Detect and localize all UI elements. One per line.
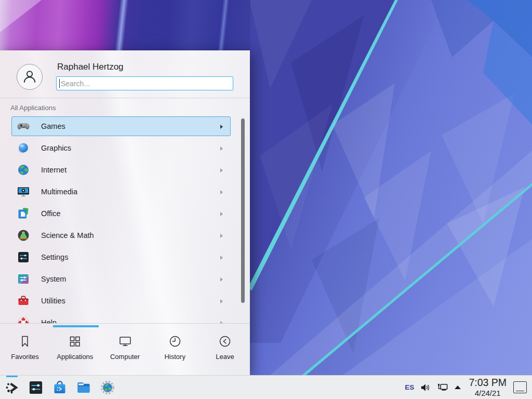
- category-system[interactable]: System: [11, 269, 231, 289]
- category-multimedia[interactable]: Multimedia: [11, 182, 231, 202]
- category-label: Help: [41, 318, 57, 323]
- grid-icon: [68, 334, 82, 349]
- sphere-icon: [17, 141, 30, 155]
- keyboard-layout-indicator[interactable]: ES: [405, 383, 414, 391]
- tab-leave[interactable]: Leave: [200, 324, 250, 375]
- tab-label: Applications: [57, 353, 93, 361]
- system-settings-button[interactable]: [28, 376, 44, 399]
- tab-label: Computer: [110, 353, 140, 361]
- flask-icon: [17, 229, 30, 242]
- system-tray: ES: [405, 382, 461, 393]
- submenu-arrow-icon: [220, 256, 223, 260]
- software-bag-icon: [52, 380, 68, 395]
- submenu-arrow-icon: [220, 234, 223, 238]
- category-utilities[interactable]: Utilities: [11, 291, 231, 311]
- category-label: Science & Math: [41, 231, 94, 240]
- tab-label: Leave: [216, 353, 234, 361]
- category-internet[interactable]: Internet: [11, 160, 231, 180]
- bookmark-icon: [18, 334, 32, 349]
- launcher-tabbar: Favorites Applications Computer: [0, 323, 250, 375]
- search-field-wrap: [56, 76, 233, 90]
- category-office[interactable]: Office: [11, 204, 231, 223]
- submenu-arrow-icon: [220, 277, 223, 282]
- category-settings[interactable]: Settings: [11, 247, 231, 267]
- category-label: Utilities: [41, 297, 65, 305]
- search-input[interactable]: [56, 76, 233, 90]
- folder-icon: [76, 380, 91, 395]
- category-label: Games: [41, 122, 65, 130]
- computer-icon: [118, 334, 132, 349]
- globe-gear-icon: [100, 380, 115, 395]
- globe-icon: [17, 163, 30, 177]
- active-task-indicator: [6, 376, 18, 377]
- application-launcher-popup: Raphael Hertzog All Applications: [0, 50, 250, 375]
- taskbar-panel: ES 7:03 PM 4/24/21: [0, 375, 532, 399]
- user-avatar[interactable]: [17, 64, 43, 90]
- network-icon[interactable]: [436, 382, 448, 393]
- wallpaper-streak: [0, 0, 47, 36]
- volume-icon[interactable]: [420, 382, 431, 393]
- scrollbar[interactable]: [241, 118, 245, 303]
- submenu-arrow-icon: [220, 168, 223, 172]
- leave-circle-icon: [218, 334, 232, 349]
- active-tab-indicator: [53, 325, 99, 327]
- clock-time: 7:03 PM: [469, 378, 507, 388]
- tab-label: History: [164, 353, 185, 361]
- discover-button[interactable]: [52, 376, 68, 399]
- category-label: Settings: [41, 253, 68, 261]
- category-label: Multimedia: [41, 188, 77, 196]
- tab-label: Favorites: [11, 353, 38, 361]
- documents-icon: [17, 207, 30, 220]
- toolbox-icon: [17, 294, 30, 308]
- category-label: System: [41, 275, 66, 283]
- category-label: Graphics: [41, 144, 71, 152]
- kickoff-icon: [4, 380, 20, 395]
- digital-clock[interactable]: 7:03 PM 4/24/21: [469, 378, 507, 397]
- app-launcher-button[interactable]: [4, 376, 20, 399]
- wallpaper-streak: [115, 0, 128, 51]
- gamepad-icon: [17, 119, 30, 133]
- wallpaper-streak: [218, 0, 229, 51]
- category-list: Games Graphics: [0, 116, 250, 323]
- sliders-gradient-icon: [17, 272, 30, 286]
- tab-computer[interactable]: Computer: [100, 324, 150, 375]
- settings-app-icon: [28, 380, 44, 395]
- category-graphics[interactable]: Graphics: [11, 138, 231, 158]
- category-label: Internet: [41, 166, 66, 174]
- text-caret: [59, 79, 60, 88]
- user-name: Raphael Hertzog: [57, 62, 124, 72]
- submenu-arrow-icon: [220, 125, 223, 129]
- category-label: Office: [41, 209, 61, 218]
- person-icon: [21, 68, 38, 86]
- wallpaper-purple-strip: [0, 0, 250, 51]
- sliders-dark-icon: [17, 250, 30, 264]
- tab-favorites[interactable]: Favorites: [0, 324, 50, 375]
- all-applications-label: All Applications: [10, 104, 56, 112]
- expand-up-icon[interactable]: [454, 385, 461, 390]
- monitor-play-icon: [17, 185, 30, 198]
- tab-applications[interactable]: Applications: [50, 324, 100, 375]
- show-desktop-button[interactable]: [513, 381, 527, 393]
- submenu-arrow-icon: [220, 212, 223, 216]
- clock-icon: [168, 334, 182, 349]
- desktop: Raphael Hertzog All Applications: [0, 0, 532, 399]
- category-science-math[interactable]: Science & Math: [11, 225, 231, 245]
- file-manager-button[interactable]: [76, 376, 91, 399]
- category-games[interactable]: Games: [11, 116, 231, 136]
- category-help[interactable]: Help: [11, 313, 231, 323]
- tab-history[interactable]: History: [150, 324, 200, 375]
- submenu-arrow-icon: [220, 190, 223, 194]
- submenu-arrow-icon: [220, 299, 223, 303]
- launcher-header: Raphael Hertzog: [0, 50, 250, 98]
- lifebuoy-icon: [17, 316, 30, 323]
- web-browser-button[interactable]: [100, 376, 115, 399]
- clock-date: 4/24/21: [469, 389, 507, 397]
- submenu-arrow-icon: [220, 147, 223, 151]
